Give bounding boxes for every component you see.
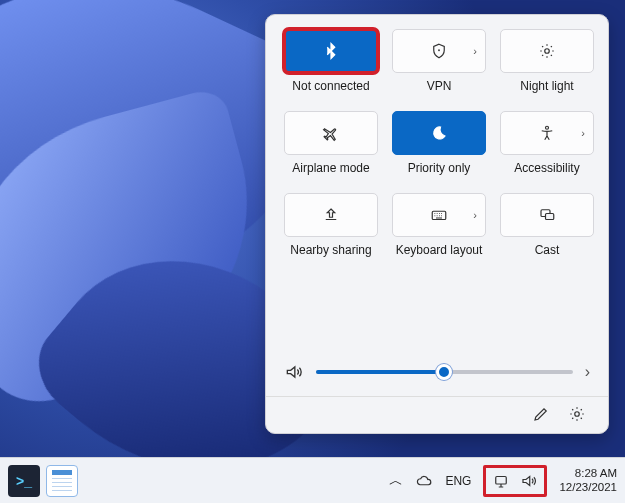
svg-point-6 bbox=[575, 412, 580, 417]
accessibility-tile[interactable]: › bbox=[500, 111, 594, 155]
accessibility-label: Accessibility bbox=[514, 161, 579, 175]
svg-point-2 bbox=[546, 126, 549, 129]
chevron-right-icon: › bbox=[473, 209, 477, 221]
focus-assist-label: Priority only bbox=[408, 161, 471, 175]
taskbar-app-terminal[interactable]: >_ bbox=[8, 465, 40, 497]
volume-slider-fill bbox=[316, 370, 444, 374]
svg-point-1 bbox=[545, 49, 550, 54]
person-icon bbox=[538, 124, 556, 142]
airplane-mode-label: Airplane mode bbox=[292, 161, 369, 175]
svg-point-0 bbox=[438, 49, 440, 51]
tray-overflow-chevron[interactable]: ︿ bbox=[389, 472, 403, 490]
focus-assist-tile[interactable] bbox=[392, 111, 486, 155]
panel-footer bbox=[284, 405, 590, 423]
panel-divider bbox=[266, 396, 608, 397]
chevron-right-icon: › bbox=[473, 45, 477, 57]
keyboard-layout-label: Keyboard layout bbox=[396, 243, 483, 257]
share-icon bbox=[322, 206, 340, 224]
vpn-tile[interactable]: › bbox=[392, 29, 486, 73]
taskbar-app-notepad[interactable] bbox=[46, 465, 78, 497]
volume-tray-icon[interactable] bbox=[520, 472, 538, 490]
cast-tile[interactable] bbox=[500, 193, 594, 237]
clock-date: 12/23/2021 bbox=[559, 481, 617, 494]
taskbar: >_ ︿ ENG 8:28 AM 12/23/2021 bbox=[0, 457, 625, 503]
terminal-icon: >_ bbox=[16, 473, 32, 489]
volume-slider-thumb[interactable] bbox=[436, 364, 452, 380]
night-light-tile[interactable] bbox=[500, 29, 594, 73]
taskbar-clock[interactable]: 8:28 AM 12/23/2021 bbox=[559, 467, 617, 493]
moon-icon bbox=[430, 124, 448, 142]
brightness-icon bbox=[538, 42, 556, 60]
bluetooth-icon bbox=[322, 42, 340, 60]
cast-icon bbox=[538, 206, 556, 224]
system-tray-highlight bbox=[483, 465, 547, 497]
night-light-label: Night light bbox=[520, 79, 573, 93]
vpn-label: VPN bbox=[427, 79, 452, 93]
keyboard-layout-tile[interactable]: › bbox=[392, 193, 486, 237]
speaker-icon[interactable] bbox=[284, 362, 304, 382]
shield-icon bbox=[430, 42, 448, 60]
quick-settings-panel: Not connected › VPN Night light Airplane… bbox=[265, 14, 609, 434]
quick-settings-grid: Not connected › VPN Night light Airplane… bbox=[284, 29, 590, 271]
airplane-icon bbox=[322, 124, 340, 142]
notepad-icon bbox=[52, 470, 72, 492]
svg-rect-5 bbox=[546, 214, 554, 220]
network-icon[interactable] bbox=[492, 472, 510, 490]
volume-expand-chevron[interactable]: › bbox=[585, 363, 590, 381]
volume-slider[interactable] bbox=[316, 370, 573, 374]
chevron-right-icon: › bbox=[581, 127, 585, 139]
keyboard-icon bbox=[430, 206, 448, 224]
nearby-sharing-label: Nearby sharing bbox=[290, 243, 371, 257]
language-indicator[interactable]: ENG bbox=[445, 474, 471, 488]
cast-label: Cast bbox=[535, 243, 560, 257]
edit-icon[interactable] bbox=[532, 405, 550, 423]
bluetooth-label: Not connected bbox=[292, 79, 369, 93]
volume-slider-row: › bbox=[284, 362, 590, 382]
settings-icon[interactable] bbox=[568, 405, 586, 423]
bluetooth-tile[interactable] bbox=[284, 29, 378, 73]
airplane-mode-tile[interactable] bbox=[284, 111, 378, 155]
svg-rect-7 bbox=[496, 476, 507, 484]
nearby-sharing-tile[interactable] bbox=[284, 193, 378, 237]
clock-time: 8:28 AM bbox=[575, 467, 617, 480]
onedrive-icon[interactable] bbox=[415, 472, 433, 490]
